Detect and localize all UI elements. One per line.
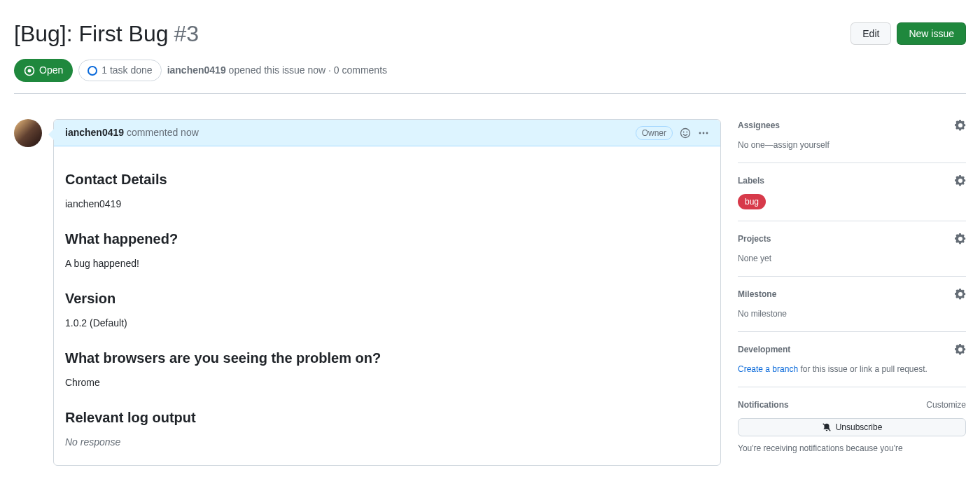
- svg-point-2: [681, 128, 690, 137]
- sidebar-projects: Projects None yet: [738, 221, 966, 277]
- sidebar-labels: Labels bug: [738, 163, 966, 221]
- sidebar-assignees: Assignees No one—assign yourself: [738, 119, 966, 163]
- section-heading: Version: [65, 288, 709, 309]
- comment-menu-button[interactable]: [698, 127, 709, 139]
- comment-time: commented now: [127, 125, 199, 140]
- bell-slash-icon: [822, 422, 832, 432]
- author-role-badge: Owner: [636, 126, 673, 140]
- svg-point-5: [699, 132, 701, 134]
- issue-title: [Bug]: First Bug: [14, 17, 169, 50]
- edit-button[interactable]: Edit: [850, 22, 891, 45]
- section-heading: Relevant log output: [65, 407, 709, 428]
- issue-open-icon: [24, 65, 35, 76]
- svg-point-3: [683, 131, 685, 132]
- gear-icon: [955, 289, 966, 300]
- projects-text: None yet: [738, 252, 966, 265]
- section-heading: Contact Details: [65, 169, 709, 190]
- create-branch-link[interactable]: Create a branch: [738, 364, 798, 374]
- avatar[interactable]: [14, 119, 42, 147]
- notifications-help: You're receiving notifications because y…: [738, 442, 966, 455]
- customize-link[interactable]: Customize: [926, 399, 966, 411]
- assign-yourself-link[interactable]: assign yourself: [774, 140, 830, 150]
- progress-ring-icon: [88, 66, 97, 76]
- section-text: A bug happened!: [65, 256, 709, 271]
- comment-author[interactable]: ianchen0419: [65, 125, 124, 140]
- projects-settings[interactable]: [955, 233, 966, 244]
- milestone-label: Milestone: [738, 288, 776, 300]
- sidebar-milestone: Milestone No milestone: [738, 277, 966, 332]
- notifications-label: Notifications: [738, 399, 789, 411]
- react-button[interactable]: [680, 127, 691, 139]
- comment: ianchen0419 commented now Owner Contact …: [53, 119, 721, 466]
- gear-icon: [955, 233, 966, 244]
- gear-icon: [955, 175, 966, 186]
- assignees-settings[interactable]: [955, 120, 966, 131]
- section-text: Chrome: [65, 375, 709, 390]
- svg-point-6: [703, 132, 705, 134]
- svg-point-7: [706, 132, 708, 134]
- sidebar-development: Development Create a branch for this iss…: [738, 332, 966, 387]
- gear-icon: [955, 344, 966, 355]
- section-heading: What happened?: [65, 228, 709, 249]
- issue-author[interactable]: ianchen0419: [167, 64, 226, 76]
- milestone-text: No milestone: [738, 307, 966, 320]
- kebab-icon: [698, 127, 709, 139]
- task-progress-pill[interactable]: 1 task done: [78, 60, 161, 81]
- unsubscribe-button[interactable]: Unsubscribe: [738, 418, 966, 436]
- development-label: Development: [738, 343, 790, 356]
- label-chip-bug[interactable]: bug: [738, 194, 766, 209]
- new-issue-button[interactable]: New issue: [897, 22, 966, 45]
- assignees-label: Assignees: [738, 119, 780, 132]
- issue-number: #3: [174, 17, 200, 50]
- projects-label: Projects: [738, 233, 771, 245]
- issue-meta-text: opened this issue now · 0 comments: [229, 64, 387, 76]
- milestone-settings[interactable]: [955, 289, 966, 300]
- assignees-text: No one—: [738, 140, 774, 150]
- gear-icon: [955, 120, 966, 131]
- section-text: No response: [65, 435, 709, 450]
- svg-point-1: [28, 69, 31, 72]
- state-badge: Open: [14, 59, 73, 82]
- smiley-icon: [680, 127, 691, 139]
- labels-label: Labels: [738, 174, 764, 187]
- svg-point-4: [686, 131, 687, 132]
- development-settings[interactable]: [955, 344, 966, 355]
- section-heading: What browsers are you seeing the problem…: [65, 347, 709, 368]
- sidebar-notifications: Notifications Customize Unsubscribe You'…: [738, 387, 966, 466]
- section-text: 1.0.2 (Default): [65, 316, 709, 331]
- labels-settings[interactable]: [955, 175, 966, 186]
- section-text: ianchen0419: [65, 197, 709, 212]
- development-text: for this issue or link a pull request.: [798, 364, 927, 374]
